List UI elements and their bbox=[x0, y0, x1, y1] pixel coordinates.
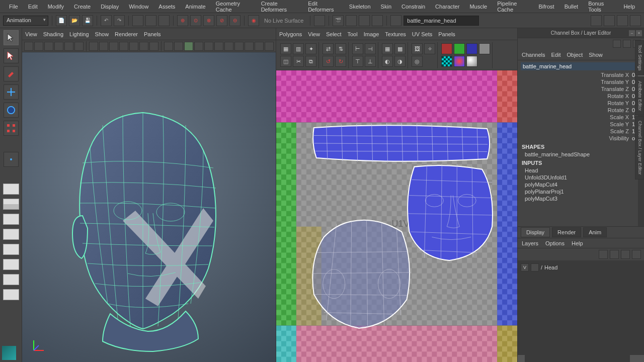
input-planarproj[interactable]: polyPlanarProj1 bbox=[521, 188, 641, 195]
channel-mode-2-icon[interactable] bbox=[623, 40, 631, 48]
attr-translate-x[interactable]: Translate X0 bbox=[521, 71, 641, 78]
menu-edit-deformers[interactable]: Edit Deformers bbox=[303, 0, 344, 15]
vp-menu-show[interactable]: Show bbox=[95, 31, 109, 37]
attr-translate-y[interactable]: Translate Y0 bbox=[521, 78, 641, 85]
uv-smudge-icon[interactable]: ✦ bbox=[305, 43, 316, 54]
vp-lights-icon[interactable] bbox=[194, 42, 203, 51]
menu-edit[interactable]: Edit bbox=[23, 2, 43, 12]
scroll-right2-icon[interactable] bbox=[637, 355, 644, 362]
ipr-render-icon[interactable] bbox=[346, 15, 357, 26]
uv-view-r-icon[interactable] bbox=[441, 43, 452, 54]
input-unfold[interactable]: Unfold3DUnfold1 bbox=[521, 174, 641, 181]
vp-menu-renderer[interactable]: Renderer bbox=[115, 31, 138, 37]
uv-filtered-icon[interactable]: ✧ bbox=[424, 43, 435, 54]
scroll-right-icon[interactable] bbox=[630, 355, 637, 362]
vp-safe-action-icon[interactable] bbox=[139, 42, 148, 51]
vp-grid-icon[interactable] bbox=[89, 42, 98, 51]
select-face-icon[interactable] bbox=[158, 15, 170, 26]
menu-create-deformers[interactable]: Create Deformers bbox=[256, 0, 303, 15]
menuset-dropdown[interactable]: Animation bbox=[3, 16, 48, 26]
layer-visibility-toggle[interactable]: V bbox=[521, 263, 529, 272]
menu-modify[interactable]: Modify bbox=[43, 2, 69, 12]
move-tool[interactable] bbox=[4, 84, 19, 100]
attr-scale-z[interactable]: Scale Z1 bbox=[521, 128, 641, 135]
vp-menu-panels[interactable]: Panels bbox=[144, 31, 161, 37]
input-mapcut3[interactable]: polyMapCut3 bbox=[521, 195, 641, 202]
redo-icon[interactable]: ↷ bbox=[114, 15, 125, 26]
layout-single-icon[interactable] bbox=[3, 184, 19, 195]
uv-image-toggle-icon[interactable]: 🖼 bbox=[412, 43, 423, 54]
menu-skin[interactable]: Skin bbox=[376, 2, 396, 12]
uv-flip-u-icon[interactable]: ⇄ bbox=[323, 43, 334, 54]
layout-script-icon[interactable] bbox=[3, 289, 19, 300]
vp-resolution-gate-icon[interactable] bbox=[109, 42, 118, 51]
vp-safe-title-icon[interactable] bbox=[149, 42, 158, 51]
menu-animate[interactable]: Animate bbox=[180, 2, 210, 12]
layer-new-selected-icon[interactable] bbox=[632, 250, 641, 259]
menu-pipeline-cache[interactable]: Pipeline Cache bbox=[492, 0, 533, 15]
vp-shaded-icon[interactable] bbox=[174, 42, 183, 51]
uv-menu-tool[interactable]: Tool bbox=[348, 31, 358, 37]
uv-menu-polygons[interactable]: Polygons bbox=[279, 31, 302, 37]
vp-dof-icon[interactable] bbox=[245, 42, 254, 51]
uv-align-v-min-icon[interactable]: ⊤ bbox=[352, 56, 363, 67]
scale-tool[interactable] bbox=[4, 121, 19, 136]
attr-scale-x[interactable]: Scale X1 bbox=[521, 114, 641, 121]
menu-assets[interactable]: Assets bbox=[153, 2, 180, 12]
snap-grid-icon[interactable]: ⊕ bbox=[177, 15, 188, 26]
vp-gate-mask-icon[interactable] bbox=[119, 42, 128, 51]
open-scene-icon[interactable]: 📂 bbox=[69, 15, 80, 26]
snap-live-icon[interactable]: ⊖ bbox=[229, 15, 240, 26]
layer-name[interactable]: Head bbox=[544, 264, 557, 270]
vp-2d-pan-icon[interactable] bbox=[64, 42, 73, 51]
toggle-tool-settings-icon[interactable] bbox=[604, 15, 615, 26]
uv-align-u-min-icon[interactable]: ⊢ bbox=[352, 43, 363, 54]
last-tool[interactable] bbox=[4, 152, 19, 167]
live-surface-icon[interactable]: ◉ bbox=[248, 15, 259, 26]
uv-view-a-icon[interactable] bbox=[479, 43, 490, 54]
channel-mode-1-icon[interactable] bbox=[613, 40, 621, 48]
attr-scale-y[interactable]: Scale Y1 bbox=[521, 121, 641, 128]
new-scene-icon[interactable]: 📄 bbox=[56, 15, 67, 26]
uv-menu-panels[interactable]: Panels bbox=[438, 31, 455, 37]
layout-four-icon[interactable] bbox=[3, 199, 19, 210]
side-tab-attribute-editor[interactable]: Attribute Editor bbox=[635, 76, 644, 116]
menu-bullet[interactable]: Bullet bbox=[559, 2, 584, 12]
uv-sew-icon[interactable]: ⧉ bbox=[305, 56, 316, 67]
vp-menu-view[interactable]: View bbox=[25, 31, 37, 37]
layer-menu-layers[interactable]: Layers bbox=[522, 240, 538, 246]
select-name-icon[interactable] bbox=[390, 15, 401, 26]
vp-xray-icon[interactable] bbox=[265, 42, 274, 51]
uv-view-b-icon[interactable] bbox=[466, 43, 477, 54]
uv-menu-select[interactable]: Select bbox=[326, 31, 342, 37]
attr-rotate-z[interactable]: Rotate Z0 bbox=[521, 107, 641, 114]
input-mapcut4[interactable]: polyMapCut4 bbox=[521, 181, 641, 188]
uv-align-v-max-icon[interactable]: ⊥ bbox=[365, 56, 376, 67]
vp-motion-blur-icon[interactable] bbox=[224, 42, 233, 51]
layer-move-up-icon[interactable] bbox=[599, 250, 608, 259]
uv-checker-icon[interactable] bbox=[441, 56, 452, 67]
uv-shade-icon[interactable]: ◐ bbox=[382, 56, 393, 67]
vp-ao-icon[interactable] bbox=[214, 42, 223, 51]
select-tool[interactable] bbox=[4, 30, 19, 45]
layout-two-side-icon[interactable] bbox=[3, 214, 19, 225]
vp-menu-lighting[interactable]: Lighting bbox=[69, 31, 89, 37]
layer-row-head[interactable]: V / Head bbox=[520, 262, 642, 273]
uv-move-sew-icon[interactable]: ◫ bbox=[280, 56, 291, 67]
menu-skeleton[interactable]: Skeleton bbox=[344, 2, 376, 12]
paint-select-tool[interactable] bbox=[4, 66, 19, 81]
attr-translate-z[interactable]: Translate Z0 bbox=[521, 85, 641, 93]
render-view-icon[interactable] bbox=[359, 15, 370, 26]
menu-help[interactable]: Help bbox=[618, 2, 640, 12]
input-head[interactable]: Head bbox=[521, 167, 641, 174]
toggle-channel-box-icon[interactable] bbox=[617, 15, 628, 26]
menu-bifrost[interactable]: Bifrost bbox=[533, 2, 559, 12]
vp-menu-shading[interactable]: Shading bbox=[43, 31, 63, 37]
tab-show[interactable]: Show bbox=[589, 52, 603, 58]
uv-dim-icon[interactable]: ◑ bbox=[394, 56, 406, 67]
uv-cut-icon[interactable]: ✂ bbox=[293, 56, 304, 67]
menu-display[interactable]: Display bbox=[96, 2, 124, 12]
tab-channels[interactable]: Channels bbox=[522, 52, 545, 58]
vp-film-gate-icon[interactable] bbox=[99, 42, 108, 51]
snap-plane-icon[interactable]: ⊘ bbox=[216, 15, 227, 26]
